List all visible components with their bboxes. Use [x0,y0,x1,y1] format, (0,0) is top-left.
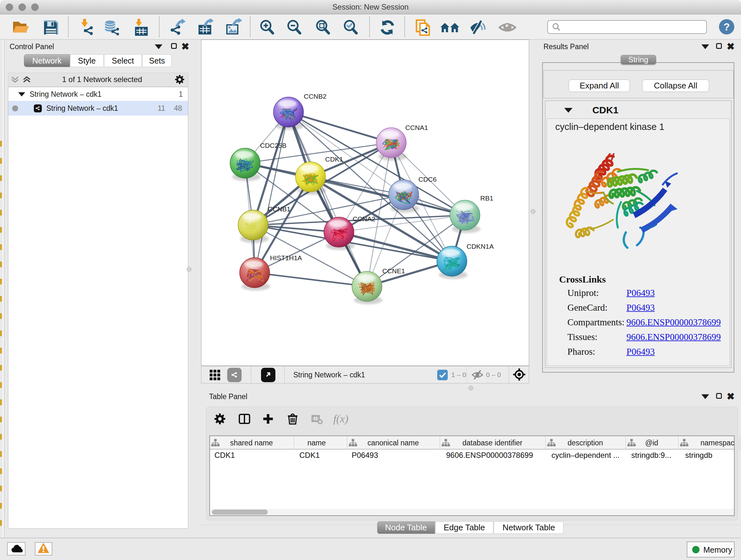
svg-text:CDC6: CDC6 [418,176,436,183]
svg-text:CDK1: CDK1 [325,155,343,163]
svg-text:?: ? [724,21,730,33]
svg-text:CCNB2: CCNB2 [304,92,327,100]
svg-text:CCNA2: CCNA2 [353,215,375,223]
svg-text:CCNB1: CCNB1 [268,205,290,212]
svg-text:CCNE1: CCNE1 [382,267,405,274]
svg-text:RB1: RB1 [480,194,493,202]
svg-text:HIST1H1A: HIST1H1A [270,254,302,261]
svg-text:CDC25B: CDC25B [260,142,286,149]
svg-text:CCNA1: CCNA1 [405,124,428,131]
svg-text:CDKN1A: CDKN1A [467,243,494,250]
